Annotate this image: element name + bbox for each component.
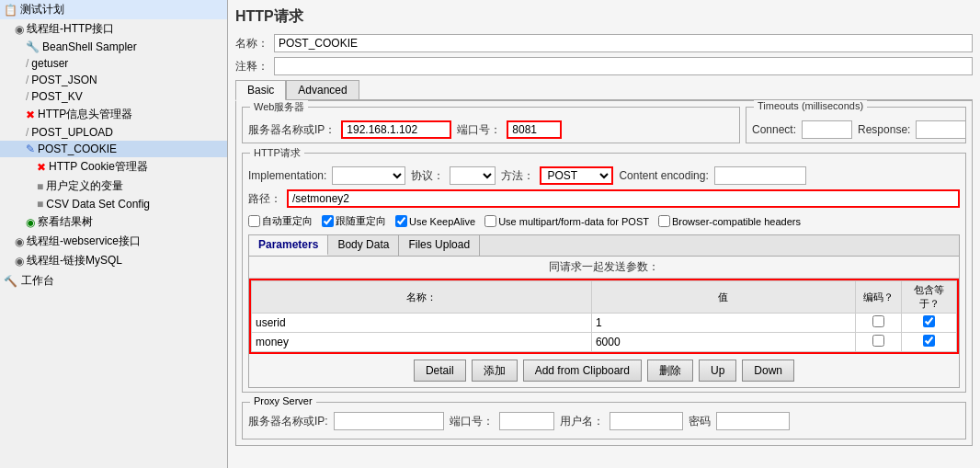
path-label: 路径：	[248, 191, 281, 207]
timeouts-title: Timeouts (milliseconds)	[754, 100, 867, 111]
response-label: Response:	[858, 123, 910, 136]
sidebar-item-beanshell[interactable]: 🔧 BeanShell Sampler	[0, 39, 227, 55]
proxy-username-input[interactable]	[610, 412, 683, 430]
encoding-input[interactable]	[714, 166, 806, 185]
protocol-label: 协议：	[411, 168, 444, 184]
sidebar-item-label: 工作台	[21, 273, 54, 289]
add-from-clipboard-button[interactable]: Add from Clipboard	[523, 360, 642, 382]
http-request-section: HTTP请求 Implementation: 协议： 方法： POST GET …	[242, 153, 966, 393]
sidebar-item-csv-config[interactable]: ■ CSV Data Set Config	[0, 196, 227, 212]
implementation-select[interactable]	[332, 166, 405, 185]
col-value: 值	[591, 281, 855, 314]
param-encode-cell[interactable]	[856, 314, 902, 333]
param-include-eq-cell[interactable]	[902, 314, 957, 333]
sidebar-item-label: POST_KV	[31, 90, 82, 103]
include-eq-checkbox[interactable]	[923, 335, 935, 347]
sidebar-item-thread-http[interactable]: ◉ 线程组-HTTP接口	[0, 19, 227, 39]
sidebar-item-http-cookie[interactable]: ✖ HTTP Cookie管理器	[0, 157, 227, 177]
auto-redirect-check[interactable]	[248, 215, 260, 227]
proxy-server-input[interactable]	[334, 412, 444, 430]
add-button[interactable]: 添加	[472, 360, 518, 382]
checkboxes-row: 自动重定向 跟随重定向 Use KeepAlive Use multipart/…	[248, 211, 960, 231]
multipart-label: Use multipart/form-data for POST	[498, 216, 649, 227]
encode-checkbox[interactable]	[872, 315, 884, 327]
sidebar-item-label: 察看结果树	[38, 214, 93, 230]
multipart-checkbox[interactable]: Use multipart/form-data for POST	[484, 215, 649, 227]
proxy-password-input[interactable]	[716, 412, 790, 430]
follow-redirect-check[interactable]	[322, 215, 334, 227]
connect-input[interactable]	[802, 120, 852, 139]
sidebar-item-post-json[interactable]: / POST_JSON	[0, 72, 227, 88]
sidebar-item-label: HTTP Cookie管理器	[49, 159, 148, 175]
param-encode-cell[interactable]	[856, 333, 902, 352]
name-label: 名称：	[235, 36, 268, 51]
param-name-cell: money	[252, 333, 592, 352]
sidebar-item-post-kv[interactable]: / POST_KV	[0, 88, 227, 105]
proxy-username-label: 用户名：	[560, 414, 604, 429]
col-include-eq: 包含等于？	[902, 281, 957, 314]
down-button[interactable]: Down	[742, 360, 794, 382]
delete-button[interactable]: 删除	[647, 360, 693, 382]
up-button[interactable]: Up	[699, 360, 736, 382]
proxy-title: Proxy Server	[250, 395, 316, 406]
http-request-title: HTTP请求	[250, 146, 304, 160]
detail-button[interactable]: Detail	[414, 360, 466, 382]
web-server-title: Web服务器	[250, 100, 308, 114]
sidebar-item-post-upload[interactable]: / POST_UPLOAD	[0, 124, 227, 141]
sidebar-item-http-header[interactable]: ✖ HTTP信息头管理器	[0, 105, 227, 124]
tab-parameters[interactable]: Parameters	[249, 235, 328, 256]
encode-checkbox[interactable]	[872, 335, 884, 347]
table-row[interactable]: money 6000	[252, 333, 957, 352]
method-select[interactable]: POST GET PUT DELETE	[540, 166, 613, 185]
follow-redirect-checkbox[interactable]: 跟随重定向	[322, 214, 386, 228]
sidebar-item-post-cookie[interactable]: ✎ POST_COOKIE	[0, 141, 227, 157]
tab-files-upload[interactable]: Files Upload	[399, 235, 480, 256]
sidebar-item-thread-web[interactable]: ◉ 线程组-webservice接口	[0, 232, 227, 251]
protocol-select[interactable]	[450, 166, 496, 185]
path-row: 路径：	[248, 189, 960, 208]
param-include-eq-cell[interactable]	[902, 333, 957, 352]
sidebar-item-label: 用户定义的变量	[46, 178, 123, 194]
tab-basic[interactable]: Basic	[235, 80, 286, 101]
keep-alive-label: Use KeepAlive	[409, 216, 475, 227]
beanshell-icon: 🔧	[26, 40, 40, 53]
sidebar-item-getuser[interactable]: / getuser	[0, 55, 227, 72]
tab-body-data[interactable]: Body Data	[328, 235, 399, 256]
http-icon: /	[26, 90, 28, 103]
tab-advanced[interactable]: Advanced	[286, 80, 359, 99]
keep-alive-checkbox[interactable]: Use KeepAlive	[395, 215, 475, 227]
params-table: 名称： 值 编码？ 包含等于？ userid 1	[251, 280, 957, 352]
http-icon: /	[26, 74, 28, 86]
config-icon: ✖	[26, 108, 35, 121]
tab-bar: Basic Advanced	[235, 80, 973, 101]
connect-label: Connect:	[752, 123, 796, 136]
proxy-port-label: 端口号：	[450, 414, 494, 429]
server-input[interactable]	[341, 120, 451, 139]
port-input[interactable]	[507, 120, 562, 139]
table-row[interactable]: userid 1	[252, 314, 957, 333]
sidebar-item-view-results[interactable]: ◉ 察看结果树	[0, 212, 227, 232]
auto-redirect-checkbox[interactable]: 自动重定向	[248, 214, 313, 228]
main-panel: HTTP请求 名称： 注释： Basic Advanced Web服务器 服务器…	[228, 0, 980, 468]
response-input[interactable]	[916, 120, 966, 139]
multipart-check[interactable]	[484, 215, 496, 227]
timeouts-content: Connect: Response:	[752, 117, 960, 139]
param-value-cell: 1	[591, 314, 855, 333]
sidebar-item-test-plan[interactable]: 📋 测试计划	[0, 0, 227, 19]
sidebar-item-user-vars[interactable]: ■ 用户定义的变量	[0, 177, 227, 196]
path-input[interactable]	[287, 189, 960, 208]
browser-headers-checkbox[interactable]: Browser-compatible headers	[658, 215, 801, 227]
sidebar-item-workbench[interactable]: 🔨 工作台	[0, 270, 227, 291]
sidebar-item-label: 线程组-webservice接口	[27, 234, 141, 249]
browser-headers-check[interactable]	[658, 215, 670, 227]
include-eq-checkbox[interactable]	[923, 315, 935, 327]
sidebar-item-thread-mysql[interactable]: ◉ 线程组-链接MySQL	[0, 251, 227, 270]
keep-alive-check[interactable]	[395, 215, 407, 227]
proxy-port-input[interactable]	[499, 412, 554, 430]
comment-input[interactable]	[274, 57, 973, 75]
listener-icon: ◉	[26, 216, 35, 229]
test-plan-icon: 📋	[4, 4, 17, 17]
params-tab-bar: Parameters Body Data Files Upload	[249, 235, 959, 257]
comment-label: 注释：	[235, 59, 268, 74]
name-input[interactable]	[274, 34, 973, 52]
